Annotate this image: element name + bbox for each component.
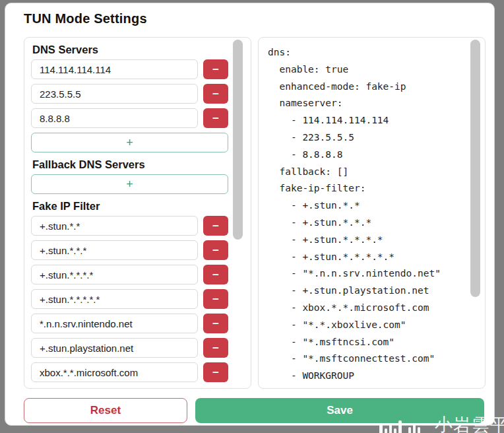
dns-server-row: −	[31, 108, 228, 128]
left-scrollbar-thumb[interactable]	[233, 40, 243, 240]
fake-ip-filter-input[interactable]	[31, 265, 198, 284]
remove-filter-button[interactable]: −	[203, 289, 228, 309]
minus-icon: −	[212, 367, 219, 378]
fallback-dns-label: Fallback DNS Servers	[32, 158, 228, 171]
fake-ip-filter-input[interactable]	[31, 289, 198, 309]
dns-server-input[interactable]	[31, 59, 198, 79]
dns-server-row: −	[31, 59, 228, 79]
config-preview-panel: dns: enable: true enhanced-mode: fake-ip…	[258, 37, 486, 389]
dns-server-input[interactable]	[31, 84, 198, 104]
fake-ip-filter-label: Fake IP Filter	[32, 199, 228, 213]
remove-filter-button[interactable]: −	[203, 362, 228, 382]
remove-filter-button[interactable]: −	[203, 216, 228, 236]
dns-settings-panel: DNS Servers − − − + Fallback DNS Servers…	[24, 37, 251, 389]
fake-ip-filter-row: −	[31, 265, 228, 284]
add-dns-server-button[interactable]: +	[31, 133, 228, 152]
add-fallback-dns-button[interactable]: +	[31, 174, 228, 194]
fake-ip-filter-row: −	[31, 338, 228, 358]
remove-filter-button[interactable]: −	[203, 314, 228, 333]
yaml-config-preview: dns: enable: true enhanced-mode: fake-ip…	[259, 38, 485, 389]
fake-ip-filter-input[interactable]	[31, 216, 198, 236]
reset-button[interactable]: Reset	[24, 398, 187, 423]
fake-ip-filter-row: −	[31, 216, 228, 236]
minus-icon: −	[212, 220, 219, 232]
remove-dns-server-button[interactable]: −	[203, 84, 228, 104]
minus-icon: −	[212, 64, 219, 75]
fake-ip-filter-row: −	[31, 314, 228, 333]
tun-settings-dialog: TUN Mode Settings DNS Servers − − − + Fa…	[5, 3, 495, 426]
minus-icon: −	[212, 113, 219, 124]
minus-icon: −	[212, 88, 219, 100]
minus-icon: −	[212, 294, 219, 305]
right-scrollbar-thumb[interactable]	[470, 40, 480, 297]
minus-icon: −	[212, 343, 219, 354]
dns-servers-label: DNS Servers	[32, 43, 228, 56]
minus-icon: −	[212, 318, 219, 329]
minus-icon: −	[212, 269, 219, 281]
page-title: TUN Mode Settings	[24, 11, 147, 26]
plus-icon: +	[126, 136, 133, 149]
minus-icon: −	[212, 245, 219, 256]
fake-ip-filter-input[interactable]	[31, 314, 198, 333]
fake-ip-filter-row: −	[31, 240, 228, 260]
fake-ip-filter-input[interactable]	[31, 362, 198, 382]
remove-dns-server-button[interactable]: −	[203, 59, 228, 79]
plus-icon: +	[126, 178, 133, 191]
remove-filter-button[interactable]: −	[203, 265, 228, 284]
fake-ip-filter-input[interactable]	[31, 338, 198, 358]
save-button[interactable]: Save	[195, 398, 484, 423]
dns-server-row: −	[31, 84, 228, 104]
fake-ip-filter-row: −	[31, 362, 228, 382]
dns-server-input[interactable]	[31, 108, 198, 128]
fake-ip-filter-row: −	[31, 289, 228, 309]
remove-filter-button[interactable]: −	[203, 240, 228, 260]
fake-ip-filter-input[interactable]	[31, 240, 198, 260]
remove-filter-button[interactable]: −	[203, 338, 228, 358]
remove-dns-server-button[interactable]: −	[203, 108, 228, 128]
